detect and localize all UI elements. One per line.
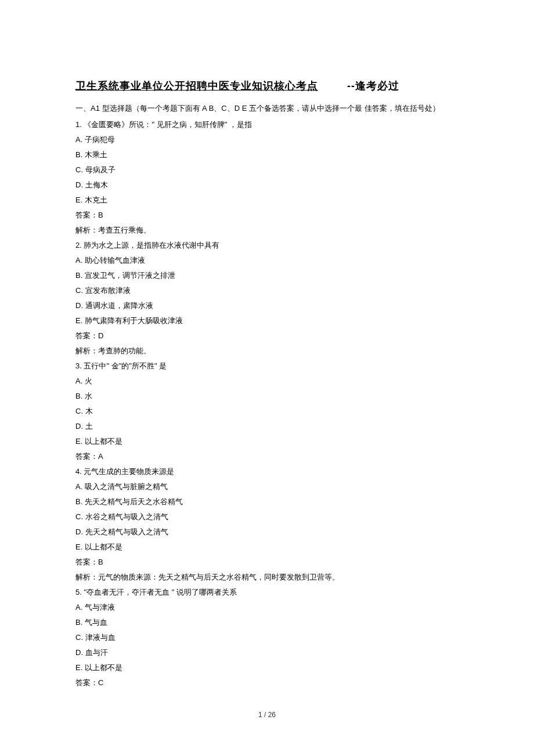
document-title: 卫生系统事业单位公开招聘中医专业知识核心考点--逢考必过 [75,75,459,96]
answer: 答案：C [75,675,459,690]
option: A. 助心转输气血津液 [75,253,459,268]
question-block: 3. 五行中" 金"的"所不胜" 是A. 火B. 水C. 木D. 土E. 以上都… [75,359,459,464]
option: B. 气与血 [75,615,459,630]
option: D. 通调水道，肃降水液 [75,298,459,313]
analysis: 解析：考查五行乘侮。 [75,223,459,238]
option: E. 以上都不是 [75,660,459,675]
option: B. 木乘土 [75,147,459,162]
question-block: 1. 《金匮要略》所说：" 见肝之病，知肝传脾" ，是指A. 子病犯母B. 木乘… [75,117,459,238]
question-block: 4. 元气生成的主要物质来源是A. 吸入之清气与脏腑之精气B. 先天之精气与后天… [75,464,459,585]
option: B. 先天之精气与后天之水谷精气 [75,494,459,509]
option: A. 子病犯母 [75,132,459,147]
analysis: 解析：元气的物质来源：先天之精气与后天之水谷精气，同时要发散到卫营等。 [75,570,459,585]
question-block: 2. 肺为水之上源，是指肺在水液代谢中具有A. 助心转输气血津液B. 宣发卫气，… [75,238,459,359]
question-block: 5. "夺血者无汗，夺汗者无血 " 说明了哪两者关系A. 气与津液B. 气与血C… [75,585,459,690]
option: B. 宣发卫气，调节汗液之排泄 [75,268,459,283]
option: A. 吸入之清气与脏腑之精气 [75,479,459,494]
option: A. 火 [75,374,459,389]
title-part1: 卫生系统事业单位公开招聘中医专业知识核心考点 [75,80,318,92]
option: E. 以上都不是 [75,540,459,555]
option: C. 木 [75,404,459,419]
question-text: 5. "夺血者无汗，夺汗者无血 " 说明了哪两者关系 [75,585,459,600]
section-instruction: 一、A1 型选择题（每一个考题下面有 A B、C、D E 五个备选答案，请从中选… [75,101,459,116]
option: D. 土 [75,419,459,434]
option: E. 以上都不是 [75,434,459,449]
option: D. 血与汗 [75,645,459,660]
option: C. 津液与血 [75,630,459,645]
question-text: 2. 肺为水之上源，是指肺在水液代谢中具有 [75,238,459,253]
question-text: 4. 元气生成的主要物质来源是 [75,464,459,479]
option: D. 土侮木 [75,178,459,193]
option: E. 肺气肃降有利于大肠吸收津液 [75,313,459,328]
answer: 答案：B [75,555,459,570]
questions-container: 1. 《金匮要略》所说：" 见肝之病，知肝传脾" ，是指A. 子病犯母B. 木乘… [75,117,459,690]
answer: 答案：A [75,449,459,464]
option: C. 母病及子 [75,162,459,178]
option: B. 水 [75,389,459,404]
option: C. 水谷之精气与吸入之清气 [75,509,459,525]
question-text: 1. 《金匮要略》所说：" 见肝之病，知肝传脾" ，是指 [75,117,459,132]
page-number: 1 / 26 [75,708,459,722]
answer: 答案：D [75,328,459,343]
answer: 答案：B [75,208,459,223]
option: D. 先天之精气与吸入之清气 [75,525,459,540]
analysis: 解析：考查肺的功能。 [75,343,459,359]
title-part2: --逢考必过 [347,80,399,92]
option: C. 宣发布散津液 [75,283,459,298]
question-text: 3. 五行中" 金"的"所不胜" 是 [75,359,459,374]
option: E. 木克土 [75,193,459,208]
option: A. 气与津液 [75,600,459,615]
